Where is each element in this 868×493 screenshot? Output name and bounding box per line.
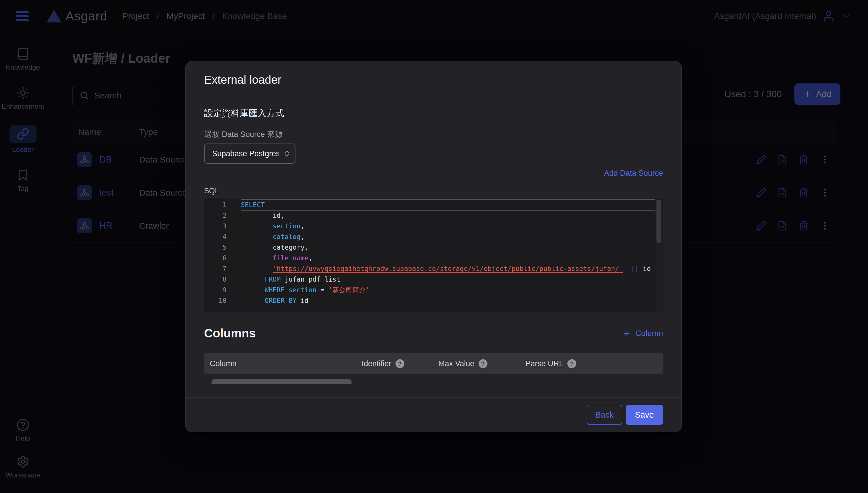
add-column-button[interactable]: Column — [623, 329, 663, 338]
app-root: Asgard Project / MyProject / Knowledge B… — [0, 0, 868, 493]
sql-token: , — [301, 233, 305, 240]
header-label: Parse URL — [525, 359, 563, 368]
indent-guide — [249, 242, 257, 253]
indent-guide — [257, 295, 265, 306]
columns-section-header: Columns Column — [204, 326, 663, 340]
sql-editor[interactable]: 12345678910 SELECT id, section, catalog,… — [204, 198, 663, 312]
columns-header-parse-url: Parse URL ? — [525, 353, 576, 374]
indent-guide — [241, 221, 249, 232]
sql-line-number: 8 — [204, 274, 227, 285]
sql-code-line[interactable]: id, — [241, 210, 655, 221]
indent-guide — [241, 232, 249, 242]
header-label: Max Value — [438, 359, 475, 368]
sql-code-line[interactable]: SELECT — [241, 200, 655, 210]
sql-token: 'https://uvwyqsiegaihetqhrpdw.supabase.c… — [273, 265, 623, 272]
indent-guide — [265, 232, 273, 242]
indent-guide — [241, 295, 249, 306]
help-icon[interactable]: ? — [567, 359, 576, 368]
section-heading: 設定資料庫匯入方式 — [204, 107, 663, 120]
columns-header-max-value: Max Value ? — [438, 353, 487, 374]
indent-guide — [265, 253, 273, 263]
sql-line-number: 2 — [204, 210, 227, 221]
column-name-input-clipped[interactable] — [211, 379, 351, 384]
indent-guide — [249, 263, 257, 274]
sql-token: SELECT — [241, 201, 265, 209]
sql-code-line[interactable]: ORDER BY id — [241, 295, 655, 306]
sql-code-line[interactable]: FROM jufan_pdf_list — [241, 274, 655, 285]
columns-header-identifier: Identifier ? — [362, 353, 404, 374]
indent-guide — [257, 263, 265, 274]
sql-code[interactable]: SELECT id, section, catalog, category, f… — [241, 198, 655, 312]
add-data-source-link[interactable]: Add Data Source — [604, 169, 663, 177]
indent-guide — [265, 263, 273, 274]
data-source-select[interactable]: Supabase Postgres — [204, 144, 295, 164]
sql-line-number: 6 — [204, 253, 227, 263]
modal-header: External loader — [186, 61, 682, 97]
indent-guide — [249, 285, 257, 295]
indent-guide — [257, 274, 265, 285]
indent-guide — [241, 274, 249, 285]
sql-token: category, — [273, 244, 309, 251]
help-icon[interactable]: ? — [395, 359, 404, 368]
sql-token: || — [631, 265, 639, 272]
sql-token: id — [297, 297, 309, 304]
data-source-label: 選取 Data Source 來源 — [204, 129, 663, 140]
indent-guide — [241, 242, 249, 253]
editor-scrollbar[interactable] — [655, 198, 663, 312]
sql-token — [284, 286, 289, 294]
indent-guide — [249, 210, 257, 221]
sql-line-number: 10 — [204, 295, 227, 306]
sql-line-number: 9 — [204, 285, 227, 295]
sql-token: file_name — [273, 254, 309, 262]
sql-token: catalog — [273, 233, 301, 240]
sql-line-number: 1 — [204, 200, 227, 210]
sql-line-number: 5 — [204, 242, 227, 253]
modal-footer: Back Save — [186, 397, 682, 432]
sql-line-number: 3 — [204, 221, 227, 232]
indent-guide — [241, 263, 249, 274]
modal-title: External loader — [204, 73, 663, 86]
sql-token: WHERE — [265, 286, 284, 294]
sql-code-line[interactable]: 'https://uvwyqsiegaihetqhrpdw.supabase.c… — [241, 263, 655, 274]
indent-guide — [257, 210, 265, 221]
sql-gutter: 12345678910 — [204, 198, 241, 312]
sql-token: FROM — [265, 276, 280, 283]
header-label: Identifier — [362, 359, 391, 368]
scrollbar-thumb[interactable] — [657, 200, 661, 243]
indent-guide — [257, 253, 265, 263]
sql-line-number: 4 — [204, 232, 227, 242]
indent-guide — [241, 210, 249, 221]
indent-guide — [249, 274, 257, 285]
plus-icon — [623, 329, 631, 337]
save-button[interactable]: Save — [626, 405, 663, 425]
help-icon[interactable]: ? — [479, 359, 487, 368]
data-source-selected-value: Supabase Postgres — [212, 149, 279, 158]
indent-guide — [249, 232, 257, 242]
indent-guide — [265, 242, 273, 253]
indent-guide — [249, 295, 257, 306]
indent-guide — [249, 221, 257, 232]
sql-token: id, — [273, 212, 285, 219]
indent-guide — [257, 221, 265, 232]
sql-code-line[interactable]: WHERE section = '新公司簡介' — [241, 285, 655, 295]
indent-guide — [257, 242, 265, 253]
sql-token: id — [639, 265, 651, 272]
sql-code-line[interactable]: category, — [241, 242, 655, 253]
indent-guide — [257, 232, 265, 242]
indent-guide — [257, 285, 265, 295]
sql-code-line[interactable]: file_name, — [241, 253, 655, 263]
add-data-source-row: Add Data Source — [204, 169, 663, 178]
sql-token: = — [316, 286, 328, 294]
header-label: Column — [210, 359, 236, 368]
sql-code-line[interactable]: catalog, — [241, 232, 655, 242]
sql-token: jufan_pdf_list — [280, 276, 340, 283]
external-loader-modal: External loader 設定資料庫匯入方式 選取 Data Source… — [185, 61, 682, 432]
columns-heading: Columns — [204, 326, 256, 340]
back-button[interactable]: Back — [587, 405, 622, 425]
select-chevrons-icon — [283, 150, 291, 158]
sql-token: section — [273, 222, 301, 230]
modal-body: 設定資料庫匯入方式 選取 Data Source 來源 Supabase Pos… — [186, 97, 682, 397]
indent-guide — [265, 221, 273, 232]
columns-table-header: Column Identifier ? Max Value ? Parse UR… — [204, 353, 663, 374]
sql-code-line[interactable]: section, — [241, 221, 655, 232]
